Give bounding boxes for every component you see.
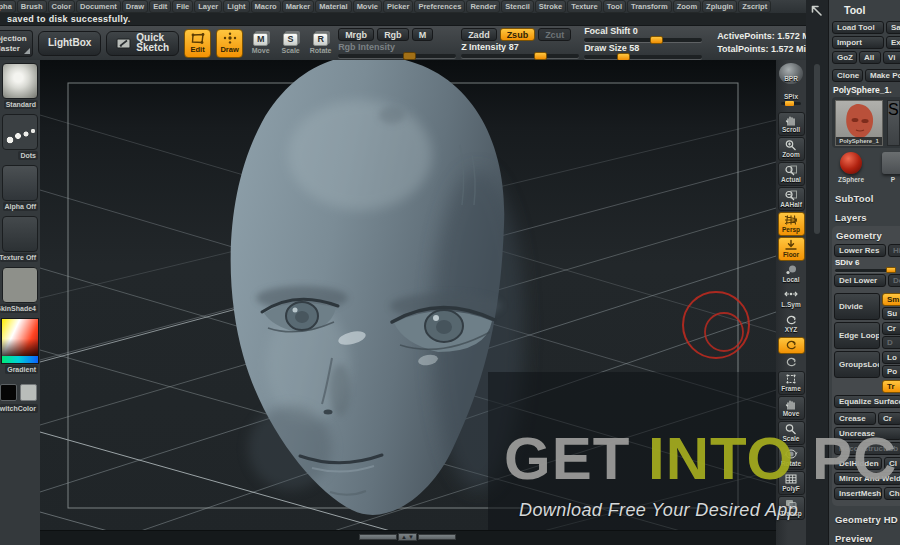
edge-loop-button[interactable]: Edge Loop xyxy=(834,322,880,349)
actual-button[interactable]: Actual xyxy=(778,162,805,186)
projection-master-button[interactable]: Projection Master xyxy=(0,30,33,57)
bpr-button[interactable]: BPR xyxy=(778,62,805,86)
draw-size-slider[interactable]: Draw Size 58 xyxy=(584,44,702,59)
frame-button[interactable]: Frame xyxy=(778,371,805,395)
slider-handle[interactable] xyxy=(534,52,547,60)
menu-movie[interactable]: Movie xyxy=(353,0,382,13)
polish-value[interactable]: Po xyxy=(882,365,900,378)
spix-handle[interactable] xyxy=(785,101,794,106)
y-rotate-button[interactable] xyxy=(778,337,805,354)
edge-partial-toggle[interactable]: D xyxy=(882,336,900,349)
tool-thumb-partial-2[interactable] xyxy=(882,152,900,174)
menu-zplugin[interactable]: Zplugin xyxy=(702,0,737,13)
reconstruct-subdiv-button[interactable]: Reconstruct Sb xyxy=(834,442,900,455)
panel-collapse-arrow-icon[interactable] xyxy=(809,3,823,17)
divide-button[interactable]: Divide xyxy=(834,293,880,320)
loops-value[interactable]: Lo xyxy=(882,351,900,364)
local-button[interactable]: Local xyxy=(778,262,805,286)
close-holes-button[interactable]: Cl xyxy=(884,457,900,470)
smt-toggle[interactable]: Sm xyxy=(882,293,900,306)
tray-scrollbar[interactable] xyxy=(806,0,828,545)
menu-render[interactable]: Render xyxy=(466,0,500,13)
menu-material[interactable]: Material xyxy=(315,0,351,13)
menu-texture[interactable]: Texture xyxy=(567,0,602,13)
polyf-button[interactable]: PolyF xyxy=(778,471,805,495)
goz-button[interactable]: GoZ xyxy=(832,51,857,64)
del-higher-button[interactable]: De xyxy=(888,274,900,287)
rotate-view-button[interactable]: Rotate xyxy=(778,446,805,470)
spix-slider[interactable]: SPix xyxy=(778,87,805,111)
floor-button[interactable]: Floor xyxy=(778,237,805,261)
transp-button[interactable]: Transp xyxy=(778,496,805,520)
scale-gyro-button[interactable]: S Scale xyxy=(278,33,303,54)
geometry-hd-section-header[interactable]: Geometry HD xyxy=(835,514,900,525)
polysphere-thumbnail[interactable]: PolySphere_1 xyxy=(835,100,883,146)
tool-thumbnail-partial[interactable]: S xyxy=(887,100,900,146)
menu-layer[interactable]: Layer xyxy=(194,0,222,13)
lower-res-button[interactable]: Lower Res xyxy=(834,244,886,257)
del-hidden-button[interactable]: DelHidden xyxy=(834,457,882,470)
insert-partial-button[interactable]: Ch xyxy=(884,487,900,500)
menu-light[interactable]: Light xyxy=(223,0,249,13)
rgb-button[interactable]: Rgb xyxy=(377,28,409,41)
move-gyro-button[interactable]: M Move xyxy=(248,33,273,54)
gradient-button[interactable]: Gradient xyxy=(5,365,38,374)
xyz-button[interactable]: XYZ xyxy=(778,312,805,336)
m-button[interactable]: M xyxy=(412,28,434,41)
preview-section-header[interactable]: Preview xyxy=(835,533,900,544)
draw-button[interactable]: Draw xyxy=(216,29,243,58)
crease-all-button[interactable]: Cr xyxy=(878,412,900,425)
menu-preferences[interactable]: Preferences xyxy=(414,0,465,13)
menu-marker[interactable]: Marker xyxy=(282,0,315,13)
texture-selector[interactable] xyxy=(2,216,38,252)
focal-shift-slider[interactable]: Focal Shift 0 xyxy=(584,27,702,42)
save-as-button[interactable]: Sa xyxy=(886,21,900,34)
alpha-selector[interactable] xyxy=(2,165,38,201)
uncrease-button[interactable]: Uncrease xyxy=(834,427,900,440)
menu-stroke[interactable]: Stroke xyxy=(535,0,566,13)
menu-tool[interactable]: Tool xyxy=(603,0,626,13)
menu-zscript[interactable]: Zscript xyxy=(738,0,771,13)
menu-picker[interactable]: Picker xyxy=(383,0,414,13)
zsphere-thumbnail[interactable] xyxy=(840,152,862,174)
brush-selector[interactable] xyxy=(2,63,38,99)
stroke-selector[interactable] xyxy=(2,114,38,150)
menu-brush[interactable]: Brush xyxy=(17,0,47,13)
menu-macro[interactable]: Macro xyxy=(251,0,281,13)
menu-alpha[interactable]: Alpha xyxy=(0,0,16,13)
lsym-button[interactable]: L.Sym xyxy=(778,287,805,311)
z-intensity-slider[interactable]: Z Intensity 87 xyxy=(461,43,579,58)
switch-color-button[interactable]: SwitchColor xyxy=(0,404,38,413)
slider-handle[interactable] xyxy=(403,52,416,60)
mirror-and-weld-button[interactable]: Mirror And Weld xyxy=(834,472,900,485)
tray-divider-handle[interactable]: ▲▼ xyxy=(359,533,456,541)
edit-button[interactable]: Edit xyxy=(184,29,211,58)
zcut-button[interactable]: Zcut xyxy=(538,28,571,41)
menu-edit[interactable]: Edit xyxy=(149,0,171,13)
mrgb-button[interactable]: Mrgb xyxy=(338,28,374,41)
import-button[interactable]: Import xyxy=(832,36,884,49)
menu-stencil[interactable]: Stencil xyxy=(501,0,534,13)
crease-button[interactable]: Crease xyxy=(834,412,876,425)
menu-transform[interactable]: Transform xyxy=(627,0,672,13)
export-button[interactable]: Ex xyxy=(886,36,900,49)
crisp-toggle[interactable]: Cr xyxy=(882,322,900,335)
load-tool-button[interactable]: Load Tool xyxy=(832,21,884,34)
del-lower-button[interactable]: Del Lower xyxy=(834,274,886,287)
aahalf-button[interactable]: AAHalf xyxy=(778,187,805,211)
color-picker[interactable] xyxy=(1,318,39,364)
subtool-section-header[interactable]: SubTool xyxy=(835,193,900,204)
z-rotate-button[interactable] xyxy=(778,355,805,370)
rotate-gyro-button[interactable]: R Rotate xyxy=(308,33,333,54)
menu-document[interactable]: Document xyxy=(76,0,121,13)
clone-button[interactable]: Clone xyxy=(832,69,863,82)
rgb-intensity-slider[interactable]: Rgb Intensity xyxy=(338,43,456,58)
groups-loops-button[interactable]: GroupsLoops xyxy=(834,351,880,378)
menu-zoom[interactable]: Zoom xyxy=(673,0,701,13)
equalize-surface-button[interactable]: Equalize Surface xyxy=(834,395,900,408)
scale-view-button[interactable]: Scale xyxy=(778,421,805,445)
triangles-toggle[interactable]: Tr xyxy=(882,380,900,393)
sdiv-slider[interactable]: SDiv 6 xyxy=(835,259,893,272)
geometry-section-header[interactable]: Geometry xyxy=(836,230,900,241)
scroll-button[interactable]: Scroll xyxy=(778,112,805,136)
